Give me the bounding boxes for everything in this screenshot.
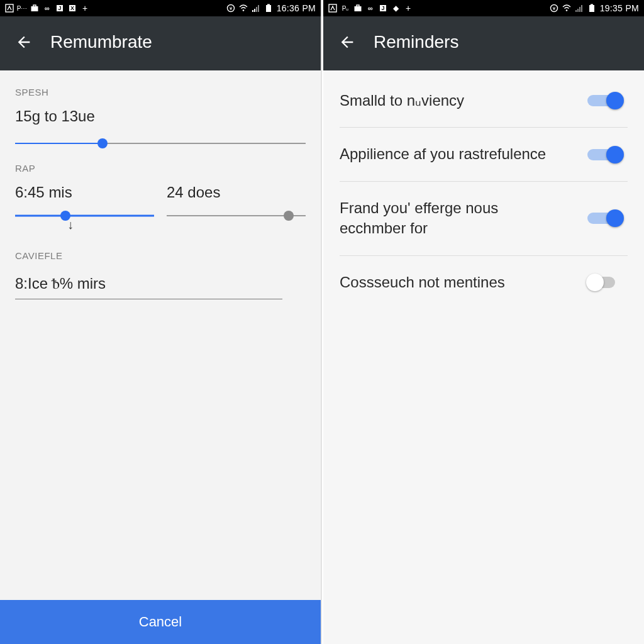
arrow-back-icon bbox=[15, 33, 33, 51]
status-bar: P⋯ ∞ J X + ¥ 16:36 PM bbox=[0, 0, 321, 16]
rap-left-slider[interactable]: ↓ bbox=[15, 210, 154, 221]
svg-rect-25 bbox=[577, 9, 579, 12]
svg-point-9 bbox=[242, 9, 244, 11]
setting-switch-1[interactable] bbox=[587, 145, 625, 164]
setting-row-1[interactable]: Appilience af you rastrefulence bbox=[340, 128, 628, 181]
briefcase-icon bbox=[30, 4, 39, 13]
notif-icon-3: X bbox=[68, 4, 77, 13]
spesh-value: 15g to 13ue bbox=[15, 108, 306, 125]
svg-point-23 bbox=[565, 9, 567, 11]
svg-text:X: X bbox=[70, 5, 74, 11]
content-area: SPESH 15g to 13ue RAP 6:45 mis ↓ bbox=[0, 70, 321, 644]
app-bar: Reminders bbox=[323, 16, 644, 70]
cancel-label: Cancel bbox=[139, 614, 182, 630]
svg-rect-28 bbox=[589, 5, 594, 12]
svg-rect-11 bbox=[254, 9, 255, 12]
notif-icon-2: J bbox=[379, 4, 387, 13]
svg-rect-26 bbox=[579, 7, 580, 12]
notif-icon-1: Pᵤ bbox=[341, 4, 350, 13]
setting-row-0[interactable]: Smalld to nᵤviency bbox=[340, 86, 628, 128]
spesh-slider-thumb[interactable] bbox=[97, 138, 108, 148]
screenshot-icon bbox=[5, 4, 14, 13]
back-button[interactable] bbox=[10, 28, 38, 56]
setting-row-3[interactable]: Cossseuch not mentines bbox=[340, 256, 628, 309]
circle-icon: ¥ bbox=[550, 4, 558, 13]
screen-remumbrate: P⋯ ∞ J X + ¥ 16:36 PM Remumbrate SPESH bbox=[0, 0, 322, 644]
status-time: 16:36 PM bbox=[277, 3, 316, 13]
setting-label: Smalld to nᵤviency bbox=[340, 91, 464, 111]
battery-icon bbox=[587, 4, 596, 13]
infinity-icon: ∞ bbox=[43, 4, 52, 13]
rap-right-col: 24 does bbox=[167, 184, 306, 221]
plus-icon: + bbox=[80, 4, 89, 13]
notif-icon-2: J bbox=[55, 4, 64, 13]
signal-icon bbox=[575, 4, 584, 13]
status-right-icons: ¥ 16:36 PM bbox=[226, 3, 316, 13]
infinity-icon: ∞ bbox=[366, 4, 375, 13]
screenshot-icon bbox=[328, 4, 337, 13]
rap-right-thumb[interactable] bbox=[284, 211, 294, 221]
rap-row: 6:45 mis ↓ 24 does bbox=[15, 184, 306, 221]
plus-icon: + bbox=[404, 4, 413, 13]
svg-text:J: J bbox=[58, 5, 61, 11]
caviefle-label: CAVIEFLE bbox=[15, 250, 306, 261]
wifi-icon bbox=[562, 4, 571, 13]
setting-switch-3[interactable] bbox=[587, 273, 625, 292]
circle-icon: ¥ bbox=[226, 4, 235, 13]
caviefle-input[interactable]: 8:Ice ᵬ% mirs bbox=[15, 275, 282, 299]
setting-label: Frand you' efferge nous ecchmber for bbox=[340, 198, 553, 239]
rap-left-col: 6:45 mis ↓ bbox=[15, 184, 154, 221]
svg-rect-14 bbox=[266, 5, 271, 12]
status-left-icons: P⋯ ∞ J X + bbox=[5, 4, 89, 13]
setting-row-2[interactable]: Frand you' efferge nous ecchmber for bbox=[340, 182, 628, 256]
svg-text:¥: ¥ bbox=[552, 6, 555, 11]
diamond-icon: ◆ bbox=[391, 4, 400, 13]
svg-text:J: J bbox=[381, 5, 384, 11]
arrow-down-icon: ↓ bbox=[67, 218, 74, 232]
rap-right-slider[interactable] bbox=[167, 210, 306, 221]
rap-right-value: 24 does bbox=[167, 184, 306, 201]
setting-switch-0[interactable] bbox=[587, 91, 625, 110]
arrow-back-icon bbox=[338, 33, 356, 51]
setting-switch-2[interactable] bbox=[587, 209, 625, 228]
svg-rect-29 bbox=[591, 4, 593, 6]
page-title: Remumbrate bbox=[50, 32, 152, 52]
caviefle-section: CAVIEFLE 8:Ice ᵬ% mirs bbox=[15, 250, 306, 299]
svg-text:¥: ¥ bbox=[228, 6, 232, 11]
signal-icon bbox=[252, 4, 260, 13]
status-bar: Pᵤ ∞ J ◆ + ¥ 19:35 PM bbox=[323, 0, 644, 16]
svg-rect-12 bbox=[256, 7, 257, 12]
screen-reminders: Pᵤ ∞ J ◆ + ¥ 19:35 PM Reminders bbox=[322, 0, 644, 644]
svg-rect-24 bbox=[575, 10, 577, 12]
page-title: Reminders bbox=[374, 32, 458, 52]
status-time: 19:35 PM bbox=[600, 3, 639, 13]
setting-label: Cossseuch not mentines bbox=[340, 272, 505, 292]
rap-label: RAP bbox=[15, 163, 306, 174]
svg-rect-27 bbox=[581, 5, 582, 12]
back-button[interactable] bbox=[333, 28, 361, 56]
status-left-icons: Pᵤ ∞ J ◆ + bbox=[328, 4, 413, 13]
notif-icon-1: P⋯ bbox=[18, 4, 26, 13]
svg-rect-10 bbox=[252, 10, 253, 12]
wifi-icon bbox=[239, 4, 248, 13]
app-bar: Remumbrate bbox=[0, 16, 321, 70]
status-right-icons: ¥ 19:35 PM bbox=[550, 3, 639, 13]
spesh-label: SPESH bbox=[15, 87, 306, 97]
setting-label: Appilience af you rastrefulence bbox=[340, 144, 546, 164]
svg-rect-2 bbox=[33, 5, 36, 7]
content-area: Smalld to nᵤviency Appilience af you ras… bbox=[323, 70, 644, 644]
svg-rect-13 bbox=[258, 5, 259, 12]
svg-rect-15 bbox=[267, 4, 270, 6]
spesh-slider[interactable] bbox=[15, 138, 306, 149]
briefcase-icon bbox=[353, 4, 362, 13]
svg-rect-18 bbox=[357, 5, 359, 7]
rap-left-value: 6:45 mis bbox=[15, 184, 154, 201]
battery-icon bbox=[264, 4, 273, 13]
cancel-button[interactable]: Cancel bbox=[0, 600, 321, 644]
